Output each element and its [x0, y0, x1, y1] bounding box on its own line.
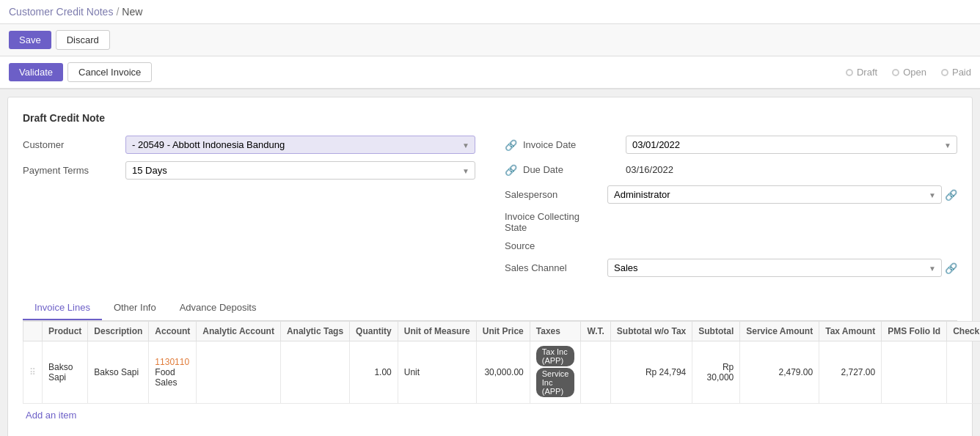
col-account: Account	[149, 322, 197, 341]
col-pms-folio-id: PMS Folio Id	[882, 322, 947, 341]
customer-label: Customer	[23, 139, 125, 150]
status-bar: Draft Open Paid	[846, 67, 971, 78]
validate-bar: Validate Cancel Invoice Draft Open Paid	[0, 56, 980, 89]
add-item-button[interactable]: Add an item	[23, 404, 79, 426]
form-left: Customer - 20549 - Abbott Indonesia Band…	[23, 136, 490, 284]
invoice-collecting-label: Invoice Collecting State	[505, 211, 607, 233]
external-link-invoice-date-icon[interactable]: 🔗	[505, 139, 517, 151]
col-quantity: Quantity	[350, 322, 398, 341]
analytic-account-cell[interactable]	[197, 341, 281, 404]
invoice-date-label: Invoice Date	[523, 139, 626, 150]
service-amount-cell: 2,479.00	[740, 341, 819, 404]
invoice-collecting-row: Invoice Collecting State	[505, 211, 957, 233]
invoice-table: Product Description Account Analytic Acc…	[23, 321, 980, 404]
payment-terms-label: Payment Terms	[23, 165, 125, 176]
external-link-due-date-icon[interactable]: 🔗	[505, 164, 517, 176]
form-grid: Customer - 20549 - Abbott Indonesia Band…	[23, 136, 957, 284]
external-link-salesperson-icon[interactable]: 🔗	[945, 189, 957, 201]
customer-row: Customer - 20549 - Abbott Indonesia Band…	[23, 136, 475, 154]
invoice-date-row: 🔗 Invoice Date 03/01/2022	[505, 136, 957, 154]
customer-select-wrapper[interactable]: - 20549 - Abbott Indonesia Bandung	[125, 136, 475, 154]
status-dot-paid	[941, 69, 948, 76]
cancel-invoice-button[interactable]: Cancel Invoice	[67, 62, 152, 82]
table-row: ⠿ Bakso Sapi Bakso Sapi 1130110Food Sale…	[23, 341, 981, 404]
invoice-date-select[interactable]: 03/01/2022	[626, 136, 957, 154]
salesperson-row: Salesperson Administrator 🔗	[505, 185, 957, 204]
external-link-sales-channel-icon[interactable]: 🔗	[945, 262, 957, 274]
subtotal-cell: Rp 30,000	[692, 341, 740, 404]
payment-terms-row: Payment Terms 15 Days	[23, 161, 475, 180]
account-link[interactable]: 1130110	[155, 357, 189, 367]
tabs: Invoice Lines Other Info Advance Deposit…	[23, 296, 957, 321]
uom-cell[interactable]: Unit	[398, 341, 476, 404]
col-subtotal-wot: Subtotal w/o Tax	[610, 322, 692, 341]
table-section: Product Description Account Analytic Acc…	[23, 321, 957, 426]
salesperson-label: Salesperson	[505, 189, 607, 200]
drag-handle-cell: ⠿	[23, 341, 43, 404]
sales-channel-label: Sales Channel	[505, 262, 607, 273]
breadcrumb-parent[interactable]: Customer Credit Notes	[9, 6, 113, 18]
col-product: Product	[43, 322, 88, 341]
status-open: Open	[892, 67, 926, 78]
sales-channel-select[interactable]: Sales	[607, 259, 942, 277]
discard-button[interactable]: Discard	[56, 30, 110, 50]
status-label-paid: Paid	[952, 67, 971, 78]
main-content: Draft Credit Note Customer - 20549 - Abb…	[7, 97, 973, 436]
due-date-row: 🔗 Due Date 03/16/2022	[505, 161, 957, 178]
salesperson-select-wrapper[interactable]: Administrator	[607, 185, 942, 204]
validate-button[interactable]: Validate	[9, 63, 63, 81]
col-unit-of-measure: Unit of Measure	[398, 322, 476, 341]
save-discard-bar: Save Discard	[0, 24, 980, 56]
save-button[interactable]: Save	[9, 31, 51, 49]
tab-other-info[interactable]: Other Info	[102, 296, 168, 320]
due-date-label: Due Date	[523, 164, 626, 175]
subtotal-wot-cell: Rp 24,794	[610, 341, 692, 404]
source-row: Source	[505, 240, 957, 251]
due-date-value: 03/16/2022	[626, 161, 673, 178]
status-paid: Paid	[941, 67, 971, 78]
tab-invoice-lines[interactable]: Invoice Lines	[23, 296, 102, 320]
tax-amount-cell: 2,727.00	[819, 341, 882, 404]
breadcrumb-separator: /	[116, 6, 119, 18]
salesperson-select[interactable]: Administrator	[607, 185, 942, 204]
invoice-date-select-wrapper[interactable]: 03/01/2022	[626, 136, 957, 154]
payment-terms-select-wrapper[interactable]: 15 Days	[125, 161, 475, 180]
analytic-tags-cell[interactable]	[280, 341, 349, 404]
col-wt: W.T.	[581, 322, 610, 341]
status-dot-draft	[846, 69, 853, 76]
status-label-open: Open	[903, 67, 926, 78]
col-drag	[23, 322, 43, 341]
description-cell[interactable]: Bakso Sapi	[88, 341, 149, 404]
top-bar: Customer Credit Notes / New	[0, 0, 980, 24]
payment-terms-select[interactable]: 15 Days	[125, 161, 475, 180]
sales-channel-select-wrapper[interactable]: Sales	[607, 259, 942, 277]
breadcrumb: Customer Credit Notes / New	[9, 6, 142, 18]
col-tax-amount: Tax Amount	[819, 322, 882, 341]
account-cell[interactable]: 1130110Food Sales	[149, 341, 197, 404]
tax-badge: Tax Inc (APP)	[536, 346, 575, 366]
form-right: 🔗 Invoice Date 03/01/2022 🔗 Due Date 03/…	[490, 136, 957, 284]
check-in-cell	[947, 341, 980, 404]
wt-cell	[581, 341, 610, 404]
table-header-row: Product Description Account Analytic Acc…	[23, 322, 981, 341]
source-label: Source	[505, 240, 607, 251]
sales-channel-row: Sales Channel Sales 🔗	[505, 259, 957, 277]
product-cell[interactable]: Bakso Sapi	[43, 341, 88, 404]
tab-advance-deposits[interactable]: Advance Deposits	[168, 296, 268, 320]
status-label-draft: Draft	[857, 67, 877, 78]
pms-folio-id-cell	[882, 341, 947, 404]
unit-price-cell[interactable]: 30,000.00	[476, 341, 530, 404]
tax-badge: Service Inc (APP)	[536, 368, 575, 397]
col-service-amount: Service Amount	[740, 322, 819, 341]
col-subtotal: Subtotal	[692, 322, 740, 341]
section-title: Draft Credit Note	[23, 112, 957, 124]
status-draft: Draft	[846, 67, 877, 78]
col-unit-price: Unit Price	[476, 322, 530, 341]
col-taxes: Taxes	[530, 322, 581, 341]
customer-select[interactable]: - 20549 - Abbott Indonesia Bandung	[125, 136, 475, 154]
breadcrumb-current: New	[122, 6, 142, 18]
drag-handle-icon[interactable]: ⠿	[29, 367, 36, 377]
quantity-cell[interactable]: 1.00	[350, 341, 398, 404]
taxes-cell: Tax Inc (APP)Service Inc (APP)	[530, 341, 581, 404]
col-analytic-account: Analytic Account	[197, 322, 281, 341]
